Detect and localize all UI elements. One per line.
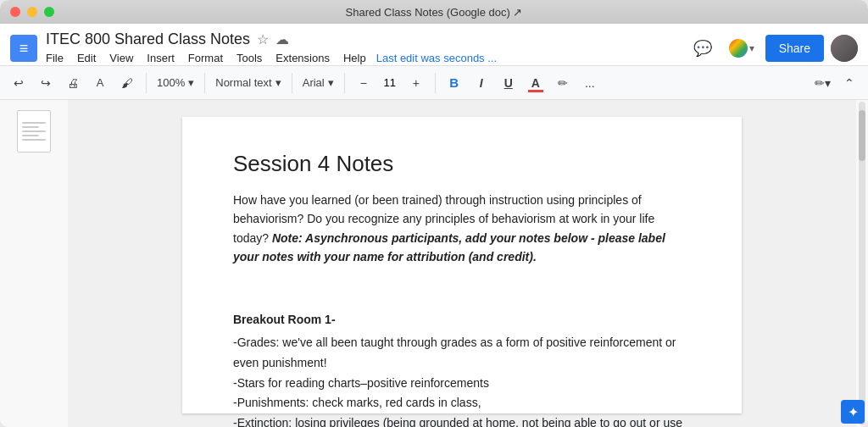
separator-1 [146,73,147,93]
bold-button[interactable]: B [442,71,466,95]
edit-mode-chevron: ▾ [825,76,831,90]
font-select[interactable]: Arial ▾ [299,71,337,95]
breakout-title: Breakout Room 1- [233,313,691,326]
more-options-button[interactable]: ... [578,71,602,95]
separator-3 [292,73,292,93]
font-size-value: 11 [377,76,403,89]
font-size-decrease[interactable]: − [352,71,376,95]
menu-view[interactable]: View [103,50,140,66]
page-thumbnail [17,110,51,152]
sidebar-left [0,100,68,427]
underline-button[interactable]: U [497,71,520,95]
paragraph-style-value: Normal text [215,76,271,89]
menu-format[interactable]: Format [181,50,230,66]
header-right: 💬 ▾ Share [687,33,858,64]
spell-check-button[interactable]: A [88,71,112,95]
close-button[interactable] [10,7,20,17]
collapse-button[interactable]: ⌃ [837,71,861,95]
thumb-line-2 [22,126,39,128]
font-chevron: ▾ [328,76,334,89]
minimize-button[interactable] [27,7,37,17]
meet-button[interactable]: ▾ [725,33,759,64]
para-style-chevron: ▾ [275,76,281,89]
paint-format-button[interactable]: 🖌 [115,71,139,95]
list-item-3: -Punishments: check marks, red cards in … [233,393,691,413]
explore-icon: ✦ [848,404,859,420]
paragraph-1: How have you learned (or been trained) t… [233,191,691,267]
toolbar: ↩ ↪ 🖨 A 🖌 100% ▾ Normal text ▾ Arial ▾ −… [0,66,868,100]
sidebar-right: ✦ [856,100,868,427]
explore-button[interactable]: ✦ [841,400,865,424]
font-color-button[interactable]: A [524,71,548,95]
undo-button[interactable]: ↩ [7,71,31,95]
edit-mode-button[interactable]: ✏ ▾ [810,71,834,95]
font-size-control: − 11 + [352,71,428,95]
document-area[interactable]: Session 4 Notes How have you learned (or… [68,100,856,427]
app-header: ≡ ITEC 800 Shared Class Notes ☆ ☁ File E… [0,24,868,66]
thumb-line-3 [22,130,46,132]
list-item-4: -Extinction: losing privileges (being gr… [233,413,691,427]
menu-tools[interactable]: Tools [230,50,269,66]
zoom-value: 100% [157,76,185,89]
google-docs-icon: ≡ [10,35,37,62]
star-icon[interactable]: ☆ [257,31,269,47]
paragraph-spacer [233,280,691,299]
thumb-line-5 [22,139,46,141]
scroll-track[interactable] [859,102,865,425]
italic-button[interactable]: I [470,71,493,95]
font-color-a: A [531,76,540,90]
pencil-icon: ✏ [815,76,825,90]
highlight-button[interactable]: ✏ [551,71,575,95]
avatar[interactable] [831,35,858,62]
document-page: Session 4 Notes How have you learned (or… [182,117,742,413]
doc-title-row: ITEC 800 Shared Class Notes ☆ ☁ [46,30,687,48]
meet-chevron: ▾ [749,42,754,54]
comments-button[interactable]: 💬 [687,33,718,64]
menu-insert[interactable]: Insert [140,50,181,66]
avatar-image [831,35,858,62]
cloud-icon: ☁ [275,31,289,47]
separator-2 [204,73,205,93]
separator-4 [344,73,345,93]
share-button[interactable]: Share [765,35,824,62]
title-bar: Shared Class Notes (Google doc) ↗ [0,0,868,24]
last-edit-status[interactable]: Last edit was seconds ... [376,52,497,64]
list-item-1: -Grades: we've all been taught through g… [233,333,691,374]
thumb-line-4 [22,135,39,136]
scroll-thumb[interactable] [859,110,865,161]
thumb-lines [22,119,46,143]
font-value: Arial [303,76,325,89]
print-button[interactable]: 🖨 [61,71,85,95]
doc-title-area: ITEC 800 Shared Class Notes ☆ ☁ File Edi… [46,30,687,66]
window-controls [10,7,54,17]
main-area: Session 4 Notes How have you learned (or… [0,100,868,427]
session-title: Session 4 Notes [233,151,691,177]
maximize-button[interactable] [44,7,54,17]
doc-title: ITEC 800 Shared Class Notes [46,30,250,48]
menu-bar: File Edit View Insert Format Tools Exten… [46,50,687,66]
thumb-line-1 [22,122,46,124]
paragraph-style-select[interactable]: Normal text ▾ [212,71,284,95]
para-1-bold-italic: Note: Asynchronous participants, add you… [233,231,665,263]
window-title: Shared Class Notes (Google doc) ↗ [346,6,523,19]
meet-icon [729,39,748,58]
zoom-select[interactable]: 100% ▾ [153,71,198,95]
zoom-chevron: ▾ [188,76,194,89]
separator-5 [435,73,436,93]
menu-edit[interactable]: Edit [70,50,103,66]
menu-help[interactable]: Help [337,50,373,66]
menu-extensions[interactable]: Extensions [269,50,337,66]
redo-button[interactable]: ↪ [34,71,58,95]
menu-file[interactable]: File [46,50,70,66]
font-color-indicator [528,90,543,92]
font-size-increase[interactable]: + [404,71,428,95]
list-item-2: -Stars for reading charts–positive reinf… [233,374,691,394]
